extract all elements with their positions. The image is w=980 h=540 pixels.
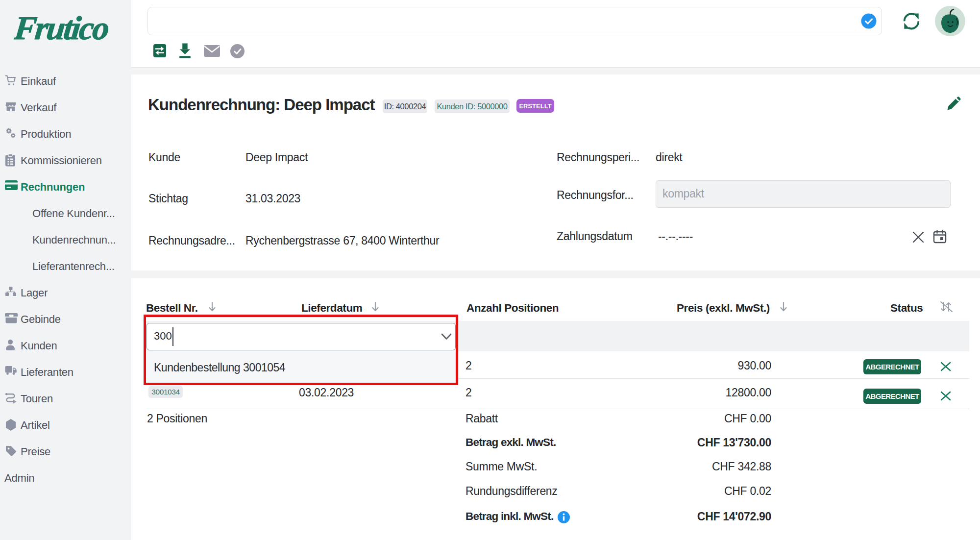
- svg-text:Frutico: Frutico: [14, 9, 110, 47]
